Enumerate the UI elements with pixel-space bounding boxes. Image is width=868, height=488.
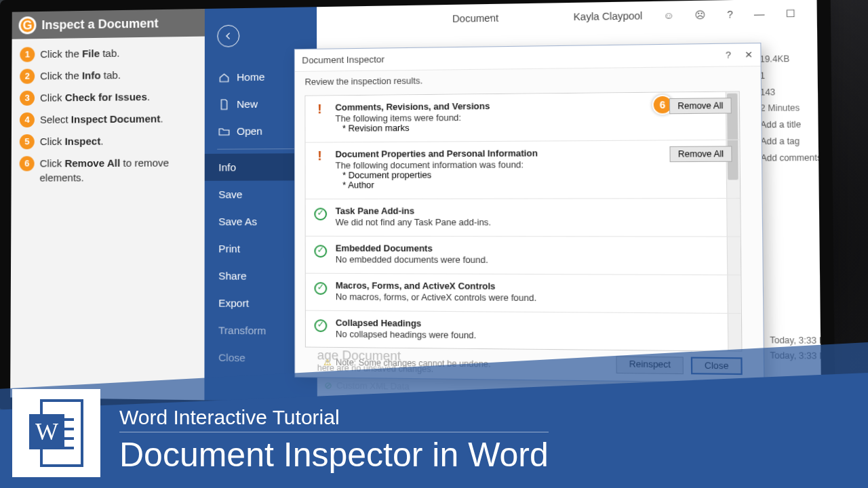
document-title: Document (452, 12, 498, 24)
prop-size: 19.4KB (760, 50, 831, 68)
result-bullet: * Revision marks (342, 121, 712, 134)
check-icon (314, 282, 327, 295)
face-smile-icon[interactable]: ☺ (663, 9, 674, 21)
folder-icon (218, 125, 229, 136)
tutorial-title: Inspect a Document (41, 16, 158, 33)
headline-text: Word Interactive Tutorial Document Inspe… (119, 406, 549, 474)
result-desc: We did not find any Task Pane add-ins. (336, 218, 713, 228)
word-app: Document Kayla Claypool ☺ ☹ ? — ☐ ✕ Home… (204, 0, 835, 409)
step-badge: 2 (20, 68, 35, 83)
result-desc: No macros, forms, or ActiveX controls we… (336, 292, 714, 304)
dialog-help-icon[interactable]: ? (726, 49, 731, 60)
tutorial-steps: 1Click the File tab. 2Click the Info tab… (11, 37, 204, 200)
home-icon (218, 72, 229, 83)
prop-edit-time: 2 Minutes (760, 100, 832, 117)
prop-pages: 1 (760, 67, 832, 84)
headline-overlay: W Word Interactive Tutorial Document Ins… (0, 359, 868, 488)
result-desc: No embedded documents were found. (336, 255, 713, 266)
tutorial-step: 6Click Remove All to remove elements. (20, 155, 197, 185)
headline-subtitle: Word Interactive Tutorial (119, 406, 549, 432)
result-title: Collapsed Headings (336, 318, 714, 331)
remove-all-button[interactable]: Remove All (669, 98, 732, 114)
step-badge: 3 (20, 91, 35, 106)
dialog-subtitle: Review the inspection results. (295, 66, 761, 93)
warning-icon (314, 104, 327, 117)
step-badge: 5 (20, 134, 35, 149)
tutorial-header: G Inspect a Document (12, 9, 205, 39)
result-title: Document Properties and Personal Informa… (336, 148, 713, 160)
close-button[interactable]: ✕ (817, 7, 827, 19)
document-icon (218, 98, 229, 109)
minimize-button[interactable]: — (754, 8, 765, 20)
user-name: Kayla Claypool (574, 10, 643, 22)
result-title: Task Pane Add-ins (336, 206, 713, 216)
step-badge: 6 (20, 156, 35, 171)
nav-separator (217, 148, 304, 150)
tutorial-step: 5Click Inspect. (20, 133, 197, 149)
document-inspector-dialog: Document Inspector ? ✕ Review the inspec… (294, 43, 765, 383)
tutorial-step: 3Click Check for Issues. (20, 89, 196, 106)
word-letter-icon: W (29, 414, 64, 449)
tutorial-step: 4Select Inspect Document. (20, 111, 197, 127)
dialog-title: Document Inspector (302, 54, 384, 66)
check-icon (314, 245, 327, 258)
result-row: Document Properties and Personal Informa… (306, 140, 741, 199)
result-title: Embedded Documents (336, 243, 713, 254)
result-row: Task Pane Add-ins We did not find any Ta… (306, 199, 741, 237)
result-row: Macros, Forms, and ActiveX Controls No m… (306, 274, 741, 314)
prop-add-comments[interactable]: Add comments (761, 150, 833, 167)
inspection-results-list: Comments, Revisions, and Versions The fo… (305, 91, 743, 351)
tutorial-step: 2Click the Info tab. (20, 67, 196, 84)
check-icon (314, 208, 327, 221)
tutorial-logo-icon: G (19, 16, 37, 34)
remove-all-button[interactable]: Remove All (670, 146, 732, 162)
tutorial-sidebar: G Inspect a Document 1Click the File tab… (10, 9, 205, 400)
result-row: Collapsed Headings No collapsed headings… (306, 311, 741, 352)
result-row: Comments, Revisions, and Versions The fo… (306, 92, 740, 143)
headline-title: Document Inspector in Word (119, 435, 549, 474)
prop-add-title[interactable]: Add a title (760, 117, 832, 134)
help-icon[interactable]: ? (727, 9, 733, 20)
check-icon (314, 319, 327, 332)
dialog-close-icon[interactable]: ✕ (745, 49, 753, 60)
step-badge: 4 (20, 113, 35, 127)
result-desc: No collapsed headings were found. (336, 329, 714, 343)
tutorial-step: 1Click the File tab. (20, 45, 196, 62)
result-row: Embedded Documents No embedded documents… (306, 237, 741, 275)
result-bullet: * Author (342, 179, 713, 190)
face-frown-icon[interactable]: ☹ (695, 9, 707, 20)
prop-add-tag[interactable]: Add a tag (760, 133, 832, 150)
step-badge: 1 (20, 47, 35, 62)
maximize-button[interactable]: ☐ (786, 7, 796, 19)
result-bullet: * Document properties (342, 169, 713, 181)
result-title: Macros, Forms, and ActiveX Controls (336, 281, 714, 292)
back-button[interactable] (217, 25, 239, 47)
prop-words: 143 (760, 83, 832, 100)
warning-icon (314, 151, 327, 164)
word-app-icon: W (12, 389, 100, 477)
